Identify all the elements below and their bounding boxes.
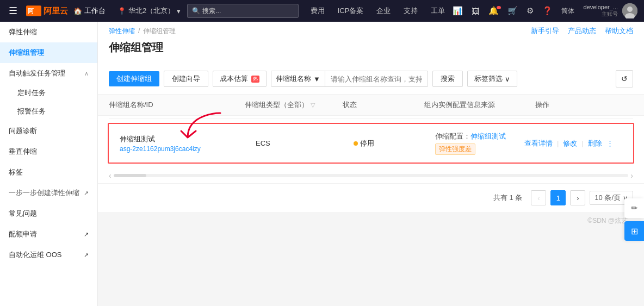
breadcrumb-actions: 新手引导 产品动态 帮助文档 [531, 26, 633, 36]
region-selector[interactable]: 📍 华北2（北京） ▾ [113, 6, 185, 16]
scroll-bar[interactable] [114, 174, 629, 177]
search-input[interactable] [325, 72, 428, 86]
search-button[interactable]: 搜索 [432, 71, 463, 87]
avatar[interactable] [622, 3, 637, 18]
sidebar-item-guide[interactable]: 一步一步创建弹性伸缩 ↗ [0, 183, 97, 203]
page-title: 伸缩组管理 [109, 40, 633, 55]
svg-text:阿: 阿 [28, 8, 34, 14]
logo[interactable]: 阿 阿里云 [26, 5, 68, 16]
config-label: 伸缩配置： [435, 132, 470, 140]
edit-icon: ✏ [631, 203, 638, 213]
cart-icon[interactable]: 🛒 [505, 6, 520, 16]
notification-icon[interactable]: 🔔 [486, 6, 501, 16]
settings-icon[interactable]: ⚙ [524, 6, 536, 16]
breadcrumb-separator: / [138, 27, 140, 35]
current-page-button[interactable]: 1 [550, 190, 566, 205]
filter-type-selector[interactable]: 伸缩组名称 ▼ [271, 71, 325, 86]
new-user-guide-link[interactable]: 新手引导 [531, 26, 559, 36]
footer-note: ©SDN @炫艺... [98, 212, 644, 230]
sidebar-item-faq[interactable]: 常见问题 [0, 203, 97, 224]
scroll-right-btn[interactable]: › [630, 171, 633, 180]
sidebar-item-scaling-group[interactable]: 伸缩组管理 [0, 42, 97, 63]
create-scaling-group-button[interactable]: 创建伸缩组 [109, 71, 159, 86]
main-content: 弹性伸缩 / 伸缩组管理 新手引导 产品动态 帮助文档 伸缩组管理 创建伸缩组 … [98, 22, 644, 306]
col-status: 状态 [343, 100, 424, 110]
sidebar: 弹性伸缩 伸缩组管理 自动触发任务管理 ∧ 定时任务 报警任务 问题诊断 垂直伸… [0, 22, 98, 306]
prev-page-button[interactable]: ‹ [531, 190, 546, 205]
help-icon[interactable]: ❓ [540, 6, 555, 16]
type-filter-icon[interactable]: ▽ [311, 102, 315, 109]
nav-cost[interactable]: 费用 [305, 0, 330, 22]
config-link[interactable]: 伸缩组测试 [470, 132, 506, 140]
breadcrumb-parent[interactable]: 弹性伸缩 [109, 27, 135, 36]
scaling-type: ECS [256, 139, 270, 147]
external-link-icon: ↗ [84, 190, 89, 197]
external-link-icon2: ↗ [84, 231, 89, 238]
external-link-icon3: ↗ [84, 252, 89, 259]
view-detail-link[interactable]: 查看详情 [524, 139, 553, 148]
sidebar-item-alarm-task[interactable]: 报警任务 [9, 102, 97, 121]
delete-link[interactable]: 删除 [588, 139, 602, 148]
nav-enterprise[interactable]: 企业 [371, 0, 396, 22]
sidebar-item-quota[interactable]: 配额申请 ↗ [0, 224, 97, 245]
sidebar-item-vertical-scaling[interactable]: 垂直伸缩 [0, 141, 97, 162]
nav-support[interactable]: 支持 [398, 0, 423, 22]
breadcrumb-area: 弹性伸缩 / 伸缩组管理 新手引导 产品动态 帮助文档 [98, 22, 644, 36]
col-name: 伸缩组名称/ID [109, 100, 245, 110]
filter-arrow-icon: ▼ [313, 75, 320, 83]
table-row: 伸缩组测试 asg-2ze1162pum3j6cac4izy ECS 停用 [109, 124, 633, 163]
user-menu[interactable]: developer_... 主账号 [581, 3, 637, 18]
cost-calc-label: 成本估算 [220, 74, 248, 84]
product-updates-link[interactable]: 产品动态 [568, 26, 596, 36]
account-type: 主账号 [599, 10, 620, 18]
home-icon: 🏠 [73, 7, 82, 15]
toolbar: 创建伸缩组 创建向导 成本估算 热 伸缩组名称 ▼ 搜索 标签筛选 ∨ ↺ [98, 64, 644, 95]
sidebar-item-tags[interactable]: 标签 [0, 162, 97, 183]
chart-icon[interactable]: 📊 [450, 6, 465, 16]
svg-point-3 [627, 7, 633, 12]
scroll-left-btn[interactable]: ‹ [109, 171, 112, 180]
refresh-button[interactable]: ↺ [616, 70, 633, 88]
right-edit-button[interactable]: ✏ [624, 198, 644, 218]
right-grid-button[interactable]: ⊞ [624, 221, 644, 241]
sidebar-item-oos[interactable]: 自动化运维 OOS ↗ [0, 245, 97, 265]
sidebar-item-auto-trigger[interactable]: 自动触发任务管理 ∧ [0, 63, 97, 84]
table-header: 伸缩组名称/ID 伸缩组类型（全部） ▽ 状态 组内实例配置信息来源 操作 [98, 95, 644, 116]
edit-link[interactable]: 修改 [563, 139, 577, 148]
hot-badge: 热 [251, 76, 259, 83]
chevron-down-icon: ▾ [177, 7, 181, 15]
tag-filter-arrow-icon: ∨ [505, 75, 510, 83]
help-docs-link[interactable]: 帮助文档 [605, 26, 633, 36]
search-icon: 🔍 [192, 7, 200, 15]
sidebar-item-scheduled-task[interactable]: 定时任务 [9, 84, 97, 102]
sidebar-item-diagnostics[interactable]: 问题诊断 [0, 121, 97, 141]
col-config: 组内实例配置信息来源 [424, 100, 535, 110]
top-nav: ☰ 阿 阿里云 🏠 工作台 📍 华北2（北京） ▾ 🔍 搜索... 费用 ICP… [0, 0, 644, 22]
nav-search[interactable]: 🔍 搜索... [187, 4, 298, 18]
refresh-icon: ↺ [621, 74, 628, 83]
location-icon: 📍 [117, 7, 126, 15]
collapse-icon: ∧ [84, 70, 89, 77]
more-actions-btn[interactable]: ⋮ [606, 139, 614, 147]
language-switcher[interactable]: 简体 [559, 7, 577, 16]
resource-id[interactable]: asg-2ze1162pum3j6cac4izy [120, 145, 256, 153]
cell-name: 伸缩组测试 asg-2ze1162pum3j6cac4izy [120, 134, 256, 153]
col-action: 操作 [535, 100, 633, 110]
nav-icp[interactable]: ICP备案 [332, 0, 369, 22]
nav-workorder[interactable]: 工单 [425, 0, 450, 22]
username: developer_... [581, 4, 620, 10]
cost-calc-button[interactable]: 成本估算 热 [213, 71, 267, 87]
create-guide-button[interactable]: 创建向导 [164, 71, 208, 87]
hamburger-menu[interactable]: ☰ [7, 3, 20, 19]
total-count: 共有 1 条 [493, 193, 522, 203]
cell-actions: 查看详情 | 修改 | 删除 ⋮ [524, 139, 622, 148]
nav-workbench[interactable]: 🏠 工作台 [68, 0, 111, 22]
warning-tag: 弹性强度差 [435, 143, 475, 155]
image-icon[interactable]: 🖼 [469, 7, 482, 16]
page-title-area: 伸缩组管理 [98, 36, 644, 64]
grid-icon: ⊞ [631, 226, 638, 236]
next-page-button[interactable]: › [570, 190, 585, 205]
sidebar-item-elastic[interactable]: 弹性伸缩 [0, 22, 97, 42]
breadcrumb-current: 伸缩组管理 [143, 27, 176, 36]
tag-filter-button[interactable]: 标签筛选 ∨ [467, 71, 517, 87]
